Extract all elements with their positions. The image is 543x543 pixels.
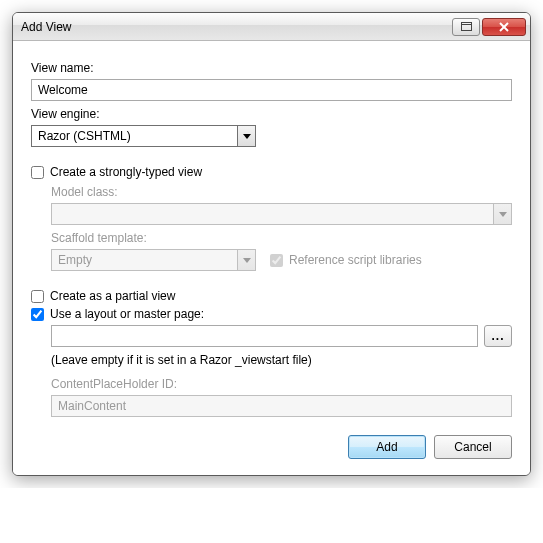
- chevron-down-icon: [243, 258, 251, 263]
- view-name-label: View name:: [31, 61, 512, 75]
- view-engine-value: Razor (CSHTML): [32, 126, 237, 146]
- close-button[interactable]: [482, 18, 526, 36]
- partial-view-checkbox[interactable]: [31, 290, 44, 303]
- add-button[interactable]: Add: [348, 435, 426, 459]
- strongly-typed-row: Create a strongly-typed view: [31, 165, 512, 179]
- strongly-typed-label: Create a strongly-typed view: [50, 165, 202, 179]
- reference-scripts-checkbox: [270, 254, 283, 267]
- view-engine-dropdown-button[interactable]: [237, 126, 255, 146]
- close-icon: [498, 22, 510, 32]
- maximize-icon: [461, 22, 472, 31]
- content-placeholder-label: ContentPlaceHolder ID:: [51, 377, 512, 391]
- dialog-window: Add View View name: View engine: Razor (…: [12, 12, 531, 476]
- content-placeholder-input: [51, 395, 512, 417]
- chevron-down-icon: [499, 212, 507, 217]
- use-layout-row: Use a layout or master page:: [31, 307, 512, 321]
- partial-view-label: Create as a partial view: [50, 289, 175, 303]
- titlebar[interactable]: Add View: [13, 13, 530, 41]
- scaffold-template-value: Empty: [52, 250, 237, 270]
- scaffold-template-label: Scaffold template:: [51, 231, 512, 245]
- use-layout-label: Use a layout or master page:: [50, 307, 204, 321]
- dialog-footer: Add Cancel: [31, 435, 512, 459]
- reference-scripts-label: Reference script libraries: [289, 253, 422, 267]
- layout-path-input[interactable]: [51, 325, 478, 347]
- maximize-button[interactable]: [452, 18, 480, 36]
- model-class-dropdown-button: [493, 204, 511, 224]
- window-controls: [452, 18, 526, 36]
- use-layout-checkbox[interactable]: [31, 308, 44, 321]
- view-engine-combo[interactable]: Razor (CSHTML): [31, 125, 256, 147]
- scaffold-template-dropdown-button: [237, 250, 255, 270]
- model-class-combo: [51, 203, 512, 225]
- scaffold-template-combo: Empty: [51, 249, 256, 271]
- cancel-button[interactable]: Cancel: [434, 435, 512, 459]
- dialog-body: View name: View engine: Razor (CSHTML) C…: [13, 41, 530, 475]
- view-name-input[interactable]: [31, 79, 512, 101]
- model-class-label: Model class:: [51, 185, 512, 199]
- layout-hint: (Leave empty if it is set in a Razor _vi…: [51, 353, 512, 367]
- window-title: Add View: [21, 20, 452, 34]
- partial-view-row: Create as a partial view: [31, 289, 512, 303]
- strongly-typed-checkbox[interactable]: [31, 166, 44, 179]
- model-class-value: [52, 204, 493, 224]
- svg-rect-0: [461, 23, 471, 31]
- browse-layout-button[interactable]: ...: [484, 325, 512, 347]
- chevron-down-icon: [243, 134, 251, 139]
- strongly-typed-group: Model class: Scaffold template: Empty Re…: [51, 185, 512, 271]
- view-engine-label: View engine:: [31, 107, 512, 121]
- layout-group: ... (Leave empty if it is set in a Razor…: [51, 325, 512, 417]
- reference-scripts-row: Reference script libraries: [270, 253, 422, 267]
